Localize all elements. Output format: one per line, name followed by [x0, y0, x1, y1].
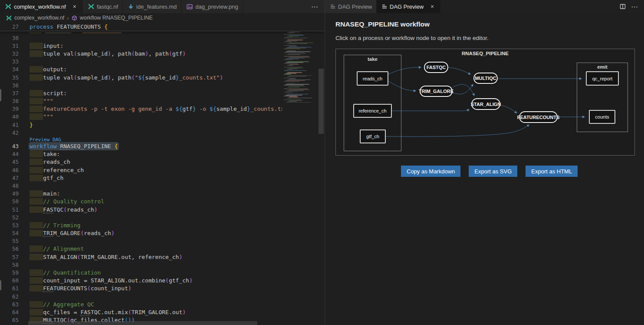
export-as-svg-button[interactable]: Export as SVG	[469, 166, 517, 177]
line-number: 60	[0, 277, 30, 284]
minimap[interactable]	[282, 23, 319, 325]
line-number: 65	[0, 317, 30, 323]
code-line[interactable]: 48	[0, 182, 282, 189]
dag-node-gtf-ch[interactable]: gtf_ch	[360, 129, 386, 143]
horizontal-scrollbar[interactable]	[28, 321, 257, 325]
line-content: // Quality control	[30, 198, 104, 205]
dag-node-featurecounts[interactable]: FEATURECOUNTS	[519, 111, 558, 123]
code-line[interactable]: 58	[0, 261, 282, 269]
code-lines[interactable]: 3031 input:32 tuple val(sample_id), path…	[0, 34, 282, 325]
code-line[interactable]: 44 take:	[0, 150, 282, 158]
code-line[interactable]: 51 FASTQC(reads_ch)	[0, 206, 282, 213]
code-editor[interactable]: 27 process FEATURECOUNTS { 3031 input:32…	[0, 23, 325, 325]
code-line[interactable]: 61 FEATURECOUNTS(count_input)	[0, 285, 282, 292]
dag-preview-panel: DAG Preview DAG Preview × ⋯ RNASEQ_PIPEL…	[325, 0, 644, 325]
line-number: 49	[0, 190, 30, 197]
line-content: // Trimming	[30, 222, 80, 229]
code-line[interactable]: 41}	[0, 121, 282, 129]
tab-dag-preview-inactive[interactable]: DAG Preview	[325, 0, 377, 13]
more-actions-icon[interactable]: ⋯	[311, 3, 319, 11]
line-number: 48	[0, 182, 30, 189]
split-editor-icon[interactable]	[620, 3, 626, 10]
nextflow-icon	[88, 3, 94, 10]
dag-node-reads-ch[interactable]: reads_ch	[357, 71, 388, 86]
sticky-scroll-line[interactable]: 27 process FEATURECOUNTS {	[0, 23, 325, 31]
tab-label: fastqc.nf	[97, 3, 118, 10]
code-line[interactable]: 62	[0, 292, 282, 300]
codelens-preview-dag-link[interactable]: Preview DAG	[30, 137, 61, 142]
code-line[interactable]: 63 // Aggregate QC	[0, 300, 282, 308]
close-icon[interactable]: ×	[71, 3, 78, 10]
line-content: input:	[30, 43, 63, 49]
line-content: FEATURECOUNTS(count_input)	[30, 285, 131, 292]
code-line[interactable]: 35 tuple val(sample_id), path("${sample_…	[0, 73, 282, 81]
code-line[interactable]: 49 main:	[0, 190, 282, 198]
code-line[interactable]: 57 STAR_ALIGN(TRIM_GALORE.out, reference…	[0, 253, 282, 261]
line-content: tuple val(sample_id), path(bam), path(gt…	[30, 50, 186, 57]
dag-node-star-align[interactable]: STAR_ALIGN	[471, 98, 500, 110]
node-label: TRIM_GALORE	[419, 89, 453, 94]
line-content: reads_ch	[30, 159, 70, 165]
code-line[interactable]: 45 reads_ch	[0, 158, 282, 166]
code-line[interactable]: 54 TRIM_GALORE(reads_ch)	[0, 229, 282, 237]
export-as-html-button[interactable]: Export as HTML	[526, 166, 578, 177]
dag-node-trim-galore[interactable]: TRIM_GALORE	[420, 86, 453, 97]
code-line[interactable]: 55	[0, 237, 282, 245]
dag-node-fastqc[interactable]: FASTQC	[424, 62, 448, 73]
code-line[interactable]: 39 featureCounts -p -t exon -g gene_id -…	[0, 105, 282, 113]
line-number: 50	[0, 198, 30, 205]
copy-as-markdown-button[interactable]: Copy as Markdown	[401, 166, 460, 177]
cluster-label: emit	[577, 64, 628, 70]
gutter-decoration	[0, 89, 1, 101]
code-line[interactable]: 53 // Trimming	[0, 221, 282, 229]
code-line[interactable]: 59 // Quantification	[0, 269, 282, 276]
code-line[interactable]: 37 script:	[0, 89, 282, 97]
line-number: 35	[0, 74, 30, 81]
code-line[interactable]: 43workflow RNASEQ_PIPELINE {	[0, 142, 282, 150]
code-line[interactable]: 40 """	[0, 113, 282, 121]
code-line[interactable]: 38 """	[0, 97, 282, 105]
line-number: 52	[0, 214, 30, 221]
line-number: 56	[0, 245, 30, 252]
dag-node-multiqc[interactable]: MULTIQC	[473, 73, 498, 84]
code-line[interactable]: 50 // Quality control	[0, 198, 282, 206]
line-number: 36	[0, 82, 30, 89]
breadcrumb-symbol[interactable]: workflow RNASEQ_PIPELINE	[80, 15, 153, 21]
tab-complex-workflow[interactable]: complex_workflow.nf ×	[0, 0, 83, 13]
code-line[interactable]: 32 tuple val(sample_id), path(bam), path…	[0, 50, 282, 57]
code-line[interactable]: 42	[0, 129, 282, 136]
close-icon[interactable]: ×	[429, 3, 436, 10]
vertical-scrollbar[interactable]	[319, 69, 324, 134]
code-line[interactable]: 33	[0, 58, 282, 66]
chevron-right-icon: ›	[67, 15, 69, 21]
code-line[interactable]: 56 // Alignment	[0, 245, 282, 253]
tab-dag-preview-active[interactable]: DAG Preview ×	[377, 0, 440, 13]
tab-dag-preview-png[interactable]: dag_preview.png	[181, 0, 243, 13]
line-number: 55	[0, 238, 30, 244]
line-content: featureCounts -p -t exon -g gene_id -a $…	[30, 106, 301, 112]
code-line[interactable]: 30	[0, 34, 282, 42]
code-line[interactable]: 52	[0, 213, 282, 221]
code-line[interactable]: 31 input:	[0, 42, 282, 50]
node-label: MULTIQC	[475, 76, 496, 81]
code-line[interactable]: 47 gtf_ch	[0, 174, 282, 182]
line-number: 38	[0, 98, 30, 104]
code-line[interactable]: 34 output:	[0, 66, 282, 73]
dag-node-reference-ch[interactable]: reference_ch	[353, 104, 392, 118]
node-label: reads_ch	[363, 76, 382, 81]
more-actions-icon[interactable]: ⋯	[631, 3, 638, 11]
code-line[interactable]: 36	[0, 81, 282, 89]
dag-node-qc-report[interactable]: qc_report	[586, 71, 619, 86]
tab-ide-features[interactable]: ide_features.md	[123, 0, 181, 13]
code-line[interactable]: 46 reference_ch	[0, 166, 282, 174]
export-buttons: Copy as Markdown Export as SVG Export as…	[401, 166, 578, 177]
code-line[interactable]: 60 count_input = STAR_ALIGN.out.combine(…	[0, 277, 282, 285]
tab-fastqc[interactable]: fastqc.nf	[83, 0, 123, 13]
line-number: 37	[0, 90, 30, 96]
breadcrumb-file[interactable]: complex_workflow.nf	[14, 15, 64, 21]
tab-label: DAG Preview	[390, 3, 424, 10]
dag-node-counts[interactable]: counts	[589, 110, 615, 124]
code-line[interactable]: 64 qc_files = FASTQC.out.mix(TRIM_GALORE…	[0, 308, 282, 316]
node-label: FEATURECOUNTS	[517, 115, 560, 120]
line-content: // Quantification	[30, 269, 101, 276]
